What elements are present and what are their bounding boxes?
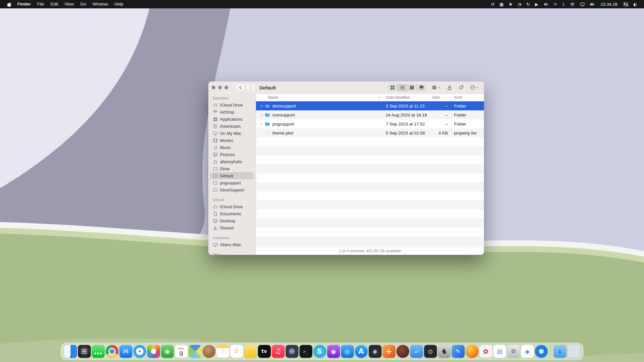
sidebar-item-movies[interactable]: Movies	[210, 137, 254, 144]
sidebar-item-music[interactable]: Music	[210, 144, 254, 151]
dock-item-app-store[interactable]: A	[355, 345, 368, 358]
sidebar-item-glow[interactable]: Glow	[210, 165, 254, 172]
dock-item-downloads-folder[interactable]: ↓	[554, 345, 566, 358]
menu-clock[interactable]: 23.34.26	[597, 2, 621, 7]
dock-item-trash[interactable]	[567, 345, 580, 358]
dock-item-calendar[interactable]: SEP9	[175, 345, 188, 358]
column-header-size[interactable]: Size	[430, 94, 452, 101]
menu-window[interactable]: Window	[89, 0, 111, 8]
wifi-icon[interactable]	[567, 2, 577, 7]
dock-item-podcasts[interactable]: ◉	[327, 345, 340, 358]
gallery-view-button[interactable]	[417, 84, 426, 91]
dock-item-firefox[interactable]	[466, 345, 478, 358]
dock-item-brown-circle-app[interactable]	[203, 345, 215, 358]
forward-button[interactable]	[246, 84, 255, 91]
dock-item-dark-red-circle-app[interactable]	[396, 345, 409, 358]
keyboard-brightness-icon[interactable]: ☼	[551, 2, 560, 7]
battery-icon[interactable]	[587, 2, 597, 7]
dock-item-raspberry-pi[interactable]: ✿	[479, 345, 492, 358]
dock-item-diamond-app[interactable]: ◈	[521, 345, 534, 358]
file-row[interactable]: theme.plist5 Sep 2023 at 02.584 KBproper…	[256, 128, 484, 137]
zoom-button[interactable]: +	[224, 86, 228, 89]
dock-item-skype[interactable]: S	[313, 345, 326, 358]
bluetooth-icon[interactable]: ᛒ	[560, 2, 567, 7]
share-button[interactable]	[446, 84, 453, 91]
tags-button[interactable]	[458, 84, 464, 91]
file-row[interactable]: docksupport5 Sep 2023 at 11.23--Folder	[256, 101, 484, 110]
sidebar-item-desktop[interactable]: Desktop	[210, 217, 254, 224]
control-center-icon[interactable]	[621, 2, 631, 7]
menu-file[interactable]: File	[34, 0, 47, 8]
dock-item-airport-utility[interactable]: ◎	[341, 345, 354, 358]
menu-edit[interactable]: Edit	[47, 0, 61, 8]
dock-item-books[interactable]: ▤	[493, 345, 506, 358]
dock-item-maps[interactable]	[189, 345, 202, 358]
dock-item-chess[interactable]: ♞	[438, 345, 451, 358]
sidebar-item-default[interactable]: Default	[210, 172, 254, 179]
menu-go[interactable]: Go	[77, 0, 89, 8]
dock-item-launchpad[interactable]: ⊞	[78, 345, 91, 358]
group-button[interactable]	[431, 84, 441, 91]
disclosure-triangle-icon[interactable]	[259, 105, 264, 107]
file-row[interactable]: iconsupport24 Aug 2023 at 18.16--Folder	[256, 110, 484, 119]
clock-status-icon[interactable]: ◔	[515, 2, 524, 7]
menu-view[interactable]: View	[61, 0, 77, 8]
dock-item-music[interactable]: ♫	[272, 345, 285, 358]
dock-item-github-desktop[interactable]: ⊙	[424, 345, 437, 358]
sidebar-item-pictures[interactable]: Pictures	[210, 151, 254, 158]
dock-item-pixelmator[interactable]: ✎	[452, 345, 465, 358]
dock-item-game-app[interactable]: +	[383, 345, 395, 358]
sidebar-item-downloads[interactable]: Downloads	[210, 123, 254, 130]
column-view-button[interactable]	[407, 84, 417, 91]
siri-icon[interactable]: ◐	[631, 2, 639, 7]
sidebar-item-shared[interactable]: Shared	[210, 224, 254, 231]
stats-grid-icon[interactable]: ▦	[497, 2, 506, 7]
minimize-button[interactable]: –	[218, 86, 222, 89]
dock-item-finder[interactable]	[64, 345, 77, 358]
dock-item-camera-app[interactable]: ◉	[369, 345, 382, 358]
dock-item-reminders[interactable]: ☰	[230, 345, 243, 358]
close-button[interactable]: ✕	[212, 86, 215, 89]
sidebar-item-pngsupport[interactable]: pngsupport	[210, 179, 254, 186]
dock-item-tv[interactable]: tv	[258, 345, 271, 358]
dock-item-safari[interactable]: ✦	[133, 345, 146, 358]
dock-item-photo-booth[interactable]: ◉	[161, 345, 174, 358]
sidebar-item-documents[interactable]: Documents	[210, 210, 254, 217]
menu-finder[interactable]: Finder	[14, 0, 34, 8]
sidebar-item-allans-imac[interactable]: Allans iMac	[210, 241, 254, 248]
window-titlebar[interactable]: ✕–+ Default	[208, 81, 484, 94]
time-machine-icon[interactable]: ↺	[488, 2, 497, 7]
dock-item-lens-app[interactable]	[535, 345, 548, 358]
display-mirroring-icon[interactable]	[577, 2, 587, 7]
menu-help[interactable]: Help	[111, 0, 127, 8]
back-button[interactable]	[236, 84, 245, 91]
icon-view-button[interactable]	[388, 84, 397, 91]
disclosure-triangle-icon[interactable]	[259, 114, 264, 116]
list-view-button[interactable]	[397, 84, 407, 91]
sidebar-item-glowsupport[interactable]: GlowSupport	[210, 186, 254, 193]
sidebar-item-applications[interactable]: Applications	[210, 116, 254, 123]
disclosure-triangle-icon[interactable]	[259, 123, 264, 125]
dock-item-terminal[interactable]: >_	[299, 345, 312, 358]
dock-item-messages[interactable]: …	[92, 345, 105, 358]
volume-icon[interactable]	[541, 2, 551, 7]
dock-item-photos[interactable]	[147, 345, 160, 358]
sync-status-icon[interactable]: ↻	[524, 2, 533, 7]
sidebar-item-icloud-drive[interactable]: iCloud Drive	[210, 203, 254, 210]
dock-item-blue-folder-app[interactable]: ▱	[410, 345, 423, 358]
sidebar-item-allannyholm[interactable]: allannyholm	[210, 158, 254, 165]
sidebar-item-on-my-mac[interactable]: On My Mac	[210, 130, 254, 137]
actions-button[interactable]	[469, 84, 479, 91]
sidebar-item-icloud-drive[interactable]: iCloud Drive	[210, 101, 254, 108]
dock-item-mail[interactable]: ✉	[119, 345, 132, 358]
column-header-name[interactable]: Name	[256, 94, 384, 101]
dock-item-discord[interactable]: ☻	[286, 345, 298, 358]
apple-menu-icon[interactable]	[5, 2, 14, 7]
sidebar-item-airdrop[interactable]: AirDrop	[210, 108, 254, 116]
column-header-kind[interactable]: Kind	[452, 94, 484, 101]
dock-item-utility-app[interactable]: ⚙	[507, 345, 520, 358]
dock-item-stickies[interactable]	[244, 345, 257, 358]
column-header-date-modified[interactable]: Date Modified	[384, 94, 430, 101]
playback-status-icon[interactable]: ▶	[533, 2, 541, 7]
dock-item-notes[interactable]: ☰	[216, 345, 229, 358]
